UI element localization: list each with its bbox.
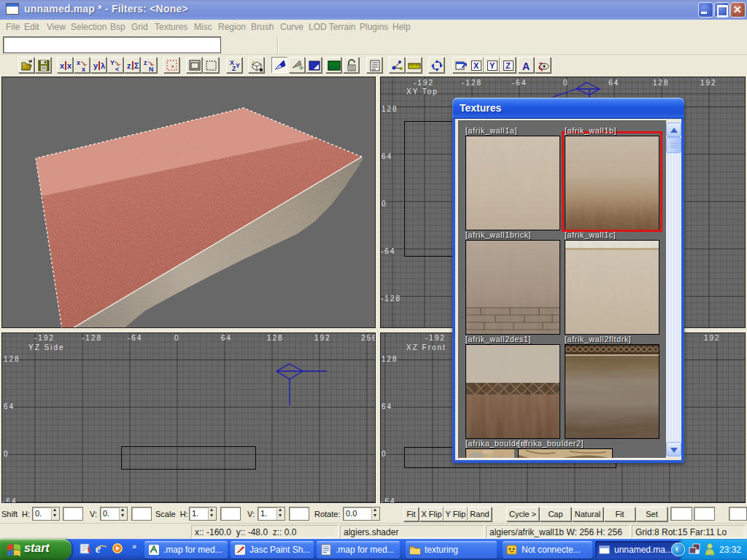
svg-text:Z: Z <box>506 61 511 70</box>
svg-text:Y: Y <box>489 61 495 70</box>
svg-text:z: z <box>127 61 131 70</box>
svg-text:Y: Y <box>110 59 115 66</box>
svg-text:<: < <box>115 66 119 73</box>
svg-text:x: x <box>77 59 80 66</box>
svg-text:N: N <box>149 66 154 73</box>
svg-text:A: A <box>522 61 530 72</box>
svg-text:x: x <box>82 66 85 73</box>
svg-text:z: z <box>144 59 147 66</box>
svg-text:Σ: Σ <box>134 61 139 70</box>
svg-text:x: x <box>67 61 72 70</box>
svg-text:x: x <box>60 61 65 70</box>
svg-text:ζ: ζ <box>538 61 543 71</box>
svg-text:λ: λ <box>101 61 105 70</box>
svg-text:y: y <box>93 61 98 70</box>
svg-text:Y: Y <box>236 62 240 69</box>
svg-text:X: X <box>473 61 479 70</box>
